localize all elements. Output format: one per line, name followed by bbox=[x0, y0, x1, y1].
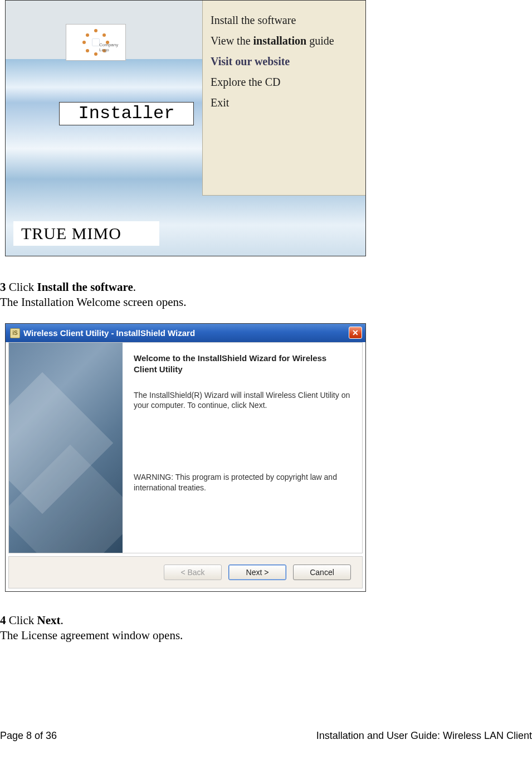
menu-view-guide-bold: installation bbox=[253, 35, 307, 47]
step-3-line2: The Installation Welcome screen opens. bbox=[0, 295, 446, 310]
back-button: < Back bbox=[164, 565, 222, 580]
step-4-pre: Click bbox=[6, 614, 37, 627]
dialog-titlebar: iS Wireless Client Utility - InstallShie… bbox=[6, 324, 365, 342]
menu-exit[interactable]: Exit bbox=[211, 96, 358, 109]
wizard-paragraph-1: The InstallShield(R) Wizard will install… bbox=[134, 390, 351, 411]
footer-doc-title: Installation and User Guide: Wireless LA… bbox=[316, 730, 532, 742]
step-3-number: 3 bbox=[0, 280, 6, 294]
menu-view-guide-pre: View the bbox=[211, 35, 253, 47]
step-3-pre: Click bbox=[6, 280, 37, 294]
step-3-post: . bbox=[133, 280, 136, 294]
installer-label: Installer bbox=[59, 102, 194, 125]
logo-icon: Company Logo bbox=[82, 29, 109, 56]
step-4-line2: The License agreement window opens. bbox=[0, 628, 446, 643]
company-logo: Company Logo bbox=[66, 24, 126, 61]
wizard-button-bar: < Back Next > Cancel bbox=[8, 556, 363, 588]
installshield-icon: iS bbox=[10, 328, 20, 338]
menu-view-guide[interactable]: View the installation guide bbox=[211, 35, 358, 47]
menu-explore-cd[interactable]: Explore the CD bbox=[211, 76, 358, 89]
wizard-banner-image bbox=[9, 343, 123, 553]
step-4-number: 4 bbox=[0, 614, 6, 627]
step-3-bold: Install the software bbox=[37, 280, 133, 294]
installshield-wizard-dialog: iS Wireless Client Utility - InstallShie… bbox=[5, 323, 366, 592]
autorun-menu: Install the software View the installati… bbox=[202, 1, 365, 196]
menu-visit-bold: our website bbox=[235, 55, 290, 67]
wizard-content: Welcome to the InstallShield Wizard for … bbox=[123, 343, 362, 553]
cancel-button[interactable]: Cancel bbox=[293, 565, 351, 580]
true-mimo-label: TRUE MIMO bbox=[13, 221, 159, 246]
step-4-text: 4 Click Next. The License agreement wind… bbox=[0, 613, 446, 644]
wizard-heading: Welcome to the InstallShield Wizard for … bbox=[134, 353, 351, 376]
step-4-bold: Next bbox=[37, 614, 61, 627]
wizard-body: Welcome to the InstallShield Wizard for … bbox=[8, 342, 363, 553]
menu-visit-pre: Visit bbox=[211, 55, 235, 67]
menu-view-guide-post: guide bbox=[306, 35, 334, 47]
close-icon: ✕ bbox=[352, 328, 359, 337]
menu-install-software[interactable]: Install the software bbox=[211, 14, 358, 27]
page-footer: Page 8 of 36 Installation and User Guide… bbox=[0, 730, 532, 742]
step-3-text: 3 Click Install the software. The Instal… bbox=[0, 280, 446, 310]
wizard-paragraph-2: WARNING: This program is protected by co… bbox=[134, 472, 351, 493]
footer-page-number: Page 8 of 36 bbox=[0, 730, 57, 742]
installer-autorun-screenshot: Company Logo Installer TRUE MIMO Install… bbox=[5, 0, 366, 256]
close-button[interactable]: ✕ bbox=[349, 327, 362, 339]
next-button[interactable]: Next > bbox=[228, 565, 286, 580]
menu-visit-website[interactable]: Visit our website bbox=[211, 55, 358, 68]
logo-text: Company Logo bbox=[99, 42, 118, 52]
dialog-title: Wireless Client Utility - InstallShield … bbox=[23, 328, 195, 338]
step-4-post: . bbox=[60, 614, 63, 627]
